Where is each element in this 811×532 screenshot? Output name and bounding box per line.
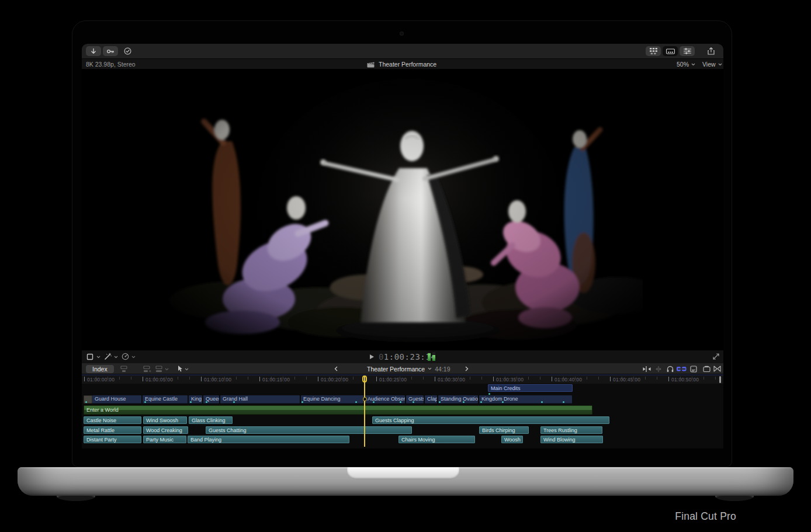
ruler-minor-tick bbox=[388, 377, 389, 380]
audio-meters[interactable] bbox=[428, 352, 435, 361]
playhead-line[interactable] bbox=[364, 376, 365, 447]
index-button[interactable]: Index bbox=[86, 365, 114, 373]
transition-bowtie-icon[interactable] bbox=[713, 366, 721, 372]
timeline-clip-equine-castle[interactable]: Equine Castle bbox=[143, 395, 188, 404]
ruler-minor-tick bbox=[353, 377, 353, 380]
timeline-clip-grand-hall[interactable]: Grand Hall bbox=[220, 395, 300, 404]
ruler-timecode-label: 01:00:30:00 bbox=[438, 377, 465, 383]
ruler-minor-tick bbox=[633, 377, 634, 380]
ruler-minor-tick bbox=[131, 377, 131, 380]
tasks-button[interactable] bbox=[120, 46, 135, 56]
import-button[interactable] bbox=[86, 46, 101, 56]
ruler-minor-tick bbox=[400, 377, 400, 380]
final-cut-pro-window: 8K 23.98p, Stereo Theater Performance 50… bbox=[82, 44, 723, 448]
timeline-clip-glass-clinking[interactable]: Glass Clinking bbox=[189, 416, 233, 424]
timeline-clip-gap[interactable] bbox=[84, 395, 92, 404]
timeline-clip-castle-noise[interactable]: Castle Noise bbox=[84, 416, 141, 424]
solo-headphones-icon[interactable] bbox=[667, 366, 674, 373]
format-info: 8K 23.98p, Stereo bbox=[86, 61, 136, 68]
timeline-clip-metal-rattle[interactable]: Metal Rattle bbox=[84, 426, 141, 434]
project-title-label: Theater Performance bbox=[379, 61, 436, 68]
ruler-timecode-label: 01:00:15:00 bbox=[262, 377, 290, 383]
ruler-minor-tick bbox=[517, 377, 517, 380]
timeline-clip-chairs-moving[interactable]: Chairs Moving bbox=[398, 436, 475, 443]
timeline-ruler[interactable]: 01:00:00:0001:00:05:0001:00:10:0001:00:1… bbox=[82, 374, 723, 384]
snapping-icon[interactable] bbox=[677, 367, 687, 371]
timeline-clip-clap[interactable]: Clap bbox=[425, 395, 437, 404]
timeline-clip-guests-clapping[interactable]: Guests Clapping bbox=[372, 416, 609, 424]
timeline-clip-band-playing[interactable]: Band Playing bbox=[188, 436, 349, 443]
next-project-button[interactable] bbox=[465, 363, 469, 374]
timeline-clip-standing-ovation[interactable]: Standing Ovation bbox=[438, 395, 478, 404]
play-icon[interactable] bbox=[369, 354, 375, 360]
timeline-clip-main-credits[interactable]: Main Credits bbox=[488, 384, 573, 392]
ruler-minor-tick bbox=[680, 377, 681, 380]
view-menu[interactable]: View bbox=[702, 61, 722, 68]
timeline-clip-kingdom-drone[interactable]: Kingdom Drone bbox=[479, 395, 572, 404]
ruler-minor-tick bbox=[715, 377, 716, 380]
select-arrow-icon[interactable] bbox=[177, 365, 183, 373]
ruler-timecode-label: 01:00:45:00 bbox=[613, 377, 640, 383]
timeline-clip-guests-chatting[interactable]: Guests Chatting bbox=[206, 426, 412, 434]
timeline-toolbar: Index Theater Performance 44:19 bbox=[82, 363, 723, 374]
product-caption: Final Cut Pro bbox=[675, 510, 736, 523]
clip-box-icon[interactable] bbox=[703, 366, 711, 373]
ruler-minor-tick bbox=[341, 377, 342, 380]
chevron-down-icon bbox=[718, 63, 722, 66]
timeline-project-menu[interactable]: Theater Performance 44:19 bbox=[367, 363, 450, 374]
timeline-clip-wood-creaking[interactable]: Wood Creaking bbox=[143, 426, 188, 434]
connect-clip-icon[interactable] bbox=[119, 366, 129, 373]
timeline-clip-enter-a-world[interactable]: Enter a World bbox=[84, 405, 592, 415]
ruler-minor-tick bbox=[330, 377, 330, 380]
ruler-minor-tick bbox=[703, 377, 704, 380]
trim-start-icon[interactable] bbox=[643, 366, 651, 372]
timeline-clip-guests[interactable]: Guests bbox=[406, 395, 424, 404]
share-button[interactable] bbox=[703, 46, 719, 56]
timeline-clip-equine-dancing[interactable]: Equine Dancing bbox=[301, 395, 364, 404]
timeline-clip-distant-party[interactable]: Distant Party bbox=[84, 436, 141, 443]
playhead-connection-ring bbox=[363, 397, 367, 401]
insert-clip-icon[interactable] bbox=[142, 366, 151, 373]
timeline-clip-guard-house[interactable]: Guard House bbox=[92, 395, 141, 404]
timecode-display[interactable]: 01:00:23:14 bbox=[82, 350, 723, 363]
timeline-clip-birds-chirping[interactable]: Birds Chirping bbox=[479, 426, 529, 434]
ruler-timecode-label: 01:00:35:00 bbox=[496, 377, 524, 383]
browser-grid-button[interactable] bbox=[646, 46, 661, 56]
timeline-clip-audience-observe[interactable]: Audience Observe bbox=[365, 395, 405, 404]
trim-end-icon[interactable] bbox=[654, 366, 663, 372]
share-icon bbox=[708, 47, 715, 55]
previous-project-button[interactable] bbox=[334, 363, 338, 374]
chevron-down-icon[interactable] bbox=[185, 368, 189, 371]
ruler-minor-tick bbox=[271, 377, 272, 380]
append-clip-icon[interactable] bbox=[154, 366, 164, 373]
chevron-down-icon[interactable] bbox=[165, 368, 169, 371]
timeline-clip-queen[interactable]: Queen bbox=[203, 395, 219, 404]
ruler-timecode-label: 01:00:00:00 bbox=[87, 377, 115, 383]
timeline-clip-wind-swoosh[interactable]: Wind Swoosh bbox=[143, 416, 187, 424]
ruler-minor-tick bbox=[294, 377, 295, 380]
chevron-down-icon bbox=[691, 63, 695, 66]
chevron-left-icon bbox=[334, 366, 338, 371]
timeline-clip-trees-rustling[interactable]: Trees Rustling bbox=[540, 426, 602, 434]
filmstrip-view-button[interactable] bbox=[663, 46, 678, 56]
keyer-button[interactable] bbox=[103, 46, 118, 56]
ruler-major-tick bbox=[376, 377, 377, 381]
timeline-clip-wind-blowing[interactable]: Wind Blowing bbox=[540, 436, 603, 443]
adjust-button[interactable] bbox=[680, 46, 695, 56]
timeline-clip-party-music[interactable]: Party Music bbox=[143, 436, 186, 443]
ruler-minor-tick bbox=[189, 377, 190, 380]
viewer-project-title: Theater Performance bbox=[367, 61, 436, 68]
ruler-minor-tick bbox=[154, 377, 155, 380]
ruler-minor-tick bbox=[540, 377, 540, 380]
zoom-menu[interactable]: 50% bbox=[677, 61, 695, 68]
ruler-major-tick bbox=[610, 377, 611, 381]
expand-viewer-icon[interactable] bbox=[713, 353, 719, 360]
clip-appearance-icon[interactable] bbox=[690, 366, 697, 373]
adjust-sliders-icon bbox=[684, 48, 691, 54]
timeline-clip-king[interactable]: King bbox=[189, 395, 202, 404]
timeline-clip-woosh[interactable]: Woosh bbox=[501, 436, 523, 443]
stage: 8K 23.98p, Stereo Theater Performance 50… bbox=[0, 0, 811, 532]
playhead-handle[interactable] bbox=[362, 375, 367, 383]
timeline-scroll-nub[interactable] bbox=[719, 376, 721, 383]
ruler-minor-tick bbox=[458, 377, 459, 380]
